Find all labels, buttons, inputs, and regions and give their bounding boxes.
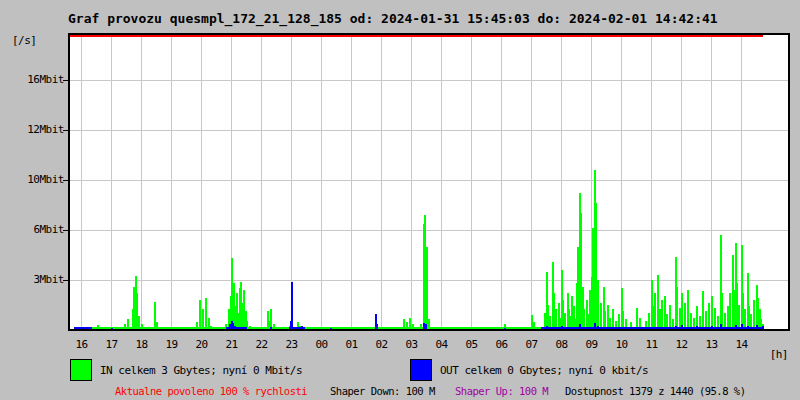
y-tick-label: 16Mbit <box>0 73 64 87</box>
y-tick-label: 3Mbit <box>0 273 64 287</box>
x-tick-label: 08 <box>550 338 574 351</box>
x-tick-label: 01 <box>340 338 364 351</box>
x-tick-label: 13 <box>700 338 724 351</box>
x-tick-label: 22 <box>250 338 274 351</box>
x-tick-label: 06 <box>490 338 514 351</box>
availability-text: Dostupnost 1379 z 1440 (95.8 %) <box>565 385 745 397</box>
y-axis-unit-label: [/s] <box>12 34 37 47</box>
y-tick-mark <box>63 280 68 281</box>
shaper-down-text: Shaper Down: 100 M <box>330 385 435 397</box>
allowed-speed-text: Aktualne povoleno 100 % rychlosti <box>115 385 307 397</box>
traffic-graph-page: Graf provozu quesmpl_172_21_128_185 od: … <box>0 0 800 400</box>
x-axis-unit-label: [h] <box>752 348 788 361</box>
out-legend-label: OUT celkem 0 Gbytes; nyní 0 kbit/s <box>440 364 648 377</box>
out-legend-swatch <box>410 359 432 381</box>
x-tick-label: 12 <box>670 338 694 351</box>
y-tick-mark <box>63 130 68 131</box>
y-tick-label: 12Mbit <box>0 123 64 137</box>
x-tick-label: 17 <box>100 338 124 351</box>
x-tick-label: 16 <box>70 338 94 351</box>
x-tick-label: 07 <box>520 338 544 351</box>
x-tick-label: 14 <box>730 338 754 351</box>
page-title: Graf provozu quesmpl_172_21_128_185 od: … <box>68 11 718 26</box>
y-tick-mark <box>63 230 68 231</box>
x-tick-label: 20 <box>190 338 214 351</box>
x-tick-label: 00 <box>310 338 334 351</box>
x-tick-label: 02 <box>370 338 394 351</box>
y-tick-label: 10Mbit <box>0 173 64 187</box>
x-tick-label: 11 <box>640 338 664 351</box>
in-legend-label: IN celkem 3 Gbytes; nyní 0 Mbit/s <box>100 364 302 377</box>
x-tick-label: 05 <box>460 338 484 351</box>
y-tick-label: 6Mbit <box>0 223 64 237</box>
y-tick-mark <box>63 180 68 181</box>
x-tick-label: 10 <box>610 338 634 351</box>
y-tick-mark <box>63 80 68 81</box>
x-tick-label: 23 <box>280 338 304 351</box>
traffic-chart <box>70 35 788 329</box>
x-tick-label: 04 <box>430 338 454 351</box>
x-tick-label: 03 <box>400 338 424 351</box>
in-legend-swatch <box>70 359 92 381</box>
allowed-speed-line <box>70 35 763 37</box>
x-tick-label: 19 <box>160 338 184 351</box>
x-tick-label: 09 <box>580 338 604 351</box>
plot-area <box>68 33 790 331</box>
x-tick-label: 21 <box>220 338 244 351</box>
shaper-up-text: Shaper Up: 100 M <box>455 385 548 397</box>
x-tick-label: 18 <box>130 338 154 351</box>
